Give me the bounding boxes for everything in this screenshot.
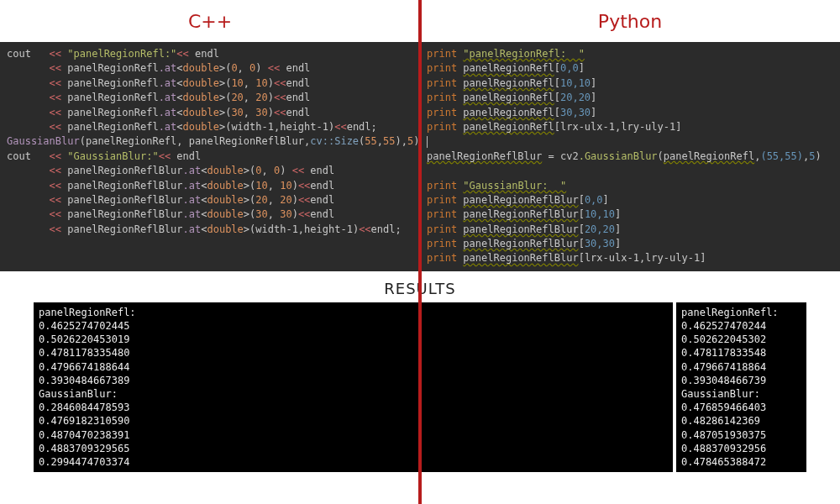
cpp-code-pane: cout << "panelRegionRefl:"<< endl << pan…	[0, 42, 420, 271]
header-python: Python	[420, 11, 840, 32]
results-cpp: panelRegionRefl: 0.4625274702445 0.50262…	[34, 302, 673, 472]
vertical-divider	[418, 0, 422, 504]
cpp-cout: cout	[7, 48, 31, 60]
header-cpp: C++	[0, 11, 420, 32]
python-code-pane: print "panelRegionRefl: " print panelReg…	[420, 42, 840, 271]
results-python: panelRegionRefl: 0.462527470244 0.502622…	[676, 302, 806, 472]
text-cursor	[427, 136, 428, 148]
